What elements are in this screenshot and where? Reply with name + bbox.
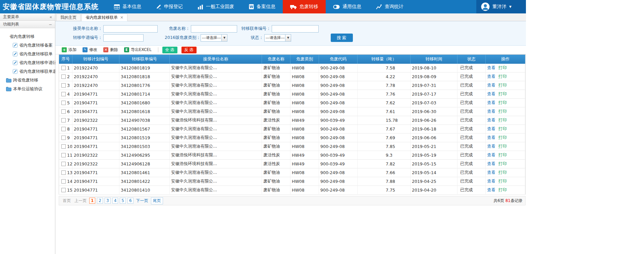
sidebar-item-provincial-transfer[interactable]: 省内危废转移 bbox=[0, 32, 55, 41]
view-link[interactable]: 查看 bbox=[487, 91, 495, 97]
row-checkbox[interactable] bbox=[61, 109, 66, 114]
nav-item-filing-info[interactable]: W 备案信息 bbox=[241, 0, 283, 13]
close-icon[interactable]: × bbox=[120, 15, 123, 19]
page-number-button-2[interactable]: 2 bbox=[97, 198, 103, 204]
row-checkbox[interactable] bbox=[61, 179, 66, 184]
view-link[interactable]: 查看 bbox=[487, 179, 495, 184]
receiver-cell: 安徽中久润滑油有限公... bbox=[170, 72, 262, 81]
print-link[interactable]: 打印 bbox=[498, 100, 507, 106]
amount-cell: 15.78 bbox=[358, 116, 411, 124]
print-link[interactable]: 打印 bbox=[498, 161, 507, 167]
row-checkbox[interactable] bbox=[61, 74, 66, 79]
minimize-icon[interactable]: − bbox=[49, 22, 52, 27]
view-link[interactable]: 查看 bbox=[487, 117, 495, 123]
row-checkbox[interactable] bbox=[61, 162, 66, 166]
view-link[interactable]: 查看 bbox=[487, 83, 495, 88]
waste-category-select[interactable]: ---请选择--- ▼ bbox=[201, 34, 227, 42]
nav-item-declaration[interactable]: 申报登记 bbox=[149, 0, 190, 13]
view-link[interactable]: 查看 bbox=[487, 144, 495, 149]
date-cell: 2019-07-17 bbox=[411, 90, 458, 98]
view-link[interactable]: 查看 bbox=[487, 100, 495, 106]
print-link[interactable]: 打印 bbox=[498, 83, 507, 88]
row-checkbox[interactable] bbox=[61, 92, 66, 96]
print-link[interactable]: 打印 bbox=[498, 170, 507, 175]
table-row: 120192247034120801819安徽中久润滑油有限公...废矿物油HW… bbox=[59, 64, 525, 72]
page-number-button-1[interactable]: 1 bbox=[89, 198, 95, 204]
first-page-button[interactable]: 首页 bbox=[62, 198, 72, 204]
waste-category-cell: HW08 bbox=[290, 134, 319, 142]
print-link[interactable]: 打印 bbox=[498, 65, 507, 71]
print-link[interactable]: 打印 bbox=[498, 179, 507, 184]
print-link[interactable]: 打印 bbox=[498, 144, 507, 149]
nav-item-general-info[interactable]: 通用信息 bbox=[326, 0, 369, 13]
sidebar-header-function-list[interactable]: 功能列表 − bbox=[0, 21, 55, 28]
view-link[interactable]: 查看 bbox=[487, 109, 495, 114]
user-menu[interactable]: 董洋洋 ▼ bbox=[476, 0, 526, 13]
status-cell: 已完成 bbox=[458, 142, 486, 151]
collapse-icon[interactable]: « bbox=[50, 15, 52, 19]
sidebar-header-main-menu[interactable]: 主要菜单 « bbox=[0, 13, 55, 21]
view-link[interactable]: 查看 bbox=[487, 161, 495, 167]
plan-no-cell: 201904771 bbox=[72, 134, 119, 142]
print-link[interactable]: 打印 bbox=[498, 74, 507, 80]
view-link[interactable]: 查看 bbox=[487, 187, 495, 193]
sidebar-item-transfer-filing[interactable]: 省内危废转移备案 bbox=[0, 41, 55, 50]
waste-name-input[interactable] bbox=[191, 25, 237, 33]
next-page-button[interactable]: 下一页 bbox=[135, 198, 149, 204]
search-button[interactable]: 搜索 bbox=[331, 34, 353, 42]
chevron-down-icon[interactable]: ▼ bbox=[285, 35, 291, 41]
row-checkbox[interactable] bbox=[61, 101, 66, 105]
row-checkbox[interactable] bbox=[61, 188, 66, 192]
status-label: 状态： bbox=[250, 35, 263, 41]
row-checkbox[interactable] bbox=[61, 153, 66, 157]
row-checkbox[interactable] bbox=[61, 170, 66, 175]
view-link[interactable]: 查看 bbox=[487, 65, 495, 71]
export-excel-button[interactable]: E 导出EXCEL bbox=[122, 47, 154, 53]
last-page-button[interactable]: 尾页 bbox=[151, 197, 163, 204]
view-link[interactable]: 查看 bbox=[487, 135, 495, 141]
receiver-name-input[interactable] bbox=[103, 25, 158, 33]
print-link[interactable]: 打印 bbox=[498, 91, 507, 97]
print-link[interactable]: 打印 bbox=[498, 135, 507, 141]
manifest-no-input[interactable] bbox=[272, 25, 319, 33]
nav-item-hazardous-transfer[interactable]: 危废转移 bbox=[283, 0, 326, 13]
print-link[interactable]: 打印 bbox=[498, 117, 507, 123]
print-link[interactable]: 打印 bbox=[498, 109, 507, 114]
tab-transfer-manifest[interactable]: 省内危废转移联单 × bbox=[82, 13, 127, 21]
view-link[interactable]: 查看 bbox=[487, 152, 495, 158]
prev-page-button[interactable]: 上一页 bbox=[73, 198, 88, 204]
view-link[interactable]: 查看 bbox=[487, 170, 495, 175]
apply-no-input[interactable] bbox=[103, 34, 144, 42]
status-select[interactable]: ---请选择--- ▼ bbox=[264, 34, 291, 42]
row-checkbox[interactable] bbox=[61, 83, 66, 88]
row-checkbox[interactable] bbox=[61, 136, 66, 140]
print-link[interactable]: 打印 bbox=[498, 187, 507, 193]
page-number-button-3[interactable]: 3 bbox=[105, 198, 111, 204]
sidebar-item-transport-agreement[interactable]: 本单位运输协议 bbox=[0, 85, 55, 93]
row-checkbox[interactable] bbox=[61, 144, 66, 149]
nav-item-query-stats[interactable]: 查询统计 bbox=[369, 0, 411, 13]
row-checkbox[interactable] bbox=[61, 127, 66, 131]
tab-my-home[interactable]: 我的主页 bbox=[56, 14, 80, 21]
sidebar-item-transfer-manifest[interactable]: 省内危废转移联单 bbox=[0, 50, 55, 58]
sidebar-item-manifest-return[interactable]: 省内危废转移联单退 bbox=[0, 67, 55, 76]
sidebar-item-transfer-application[interactable]: 省内危废转移申请(已 bbox=[0, 58, 55, 67]
page-number-button-5[interactable]: 5 bbox=[120, 198, 126, 204]
view-link[interactable]: 查看 bbox=[487, 126, 495, 132]
page-number-button-6[interactable]: 6 bbox=[127, 198, 133, 204]
nav-item-industrial-waste[interactable]: 一般工业固废 bbox=[190, 0, 241, 13]
print-link[interactable]: 打印 bbox=[498, 126, 507, 132]
nav-item-basic-info[interactable]: 基本信息 bbox=[107, 0, 149, 13]
add-button[interactable]: + 添加 bbox=[59, 47, 79, 53]
view-link[interactable]: 查看 bbox=[487, 74, 495, 80]
select-all-button[interactable]: 全选 bbox=[162, 47, 177, 53]
sidebar-item-interprovincial-transfer[interactable]: 跨省危废转移 bbox=[0, 76, 55, 85]
chevron-down-icon[interactable]: ▼ bbox=[221, 35, 227, 41]
page-number-button-4[interactable]: 4 bbox=[112, 198, 118, 204]
modify-button[interactable]: ✎ 修改 bbox=[80, 47, 100, 53]
print-link[interactable]: 打印 bbox=[498, 152, 507, 158]
row-checkbox[interactable] bbox=[61, 118, 66, 122]
delete-button[interactable]: ✕ 删除 bbox=[101, 47, 120, 53]
row-checkbox[interactable] bbox=[61, 66, 66, 70]
invert-selection-button[interactable]: 反选 bbox=[181, 47, 197, 53]
